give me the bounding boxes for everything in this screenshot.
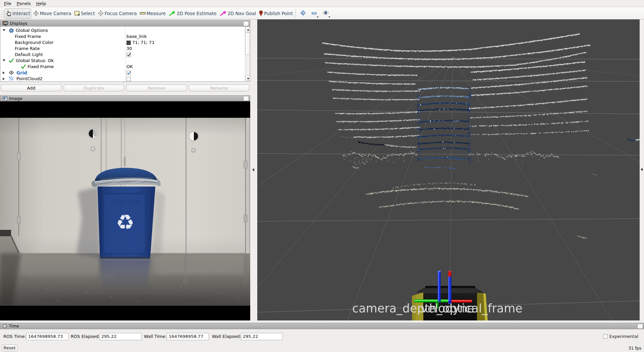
scrollbar-thumb[interactable] (245, 33, 250, 55)
displays-panel-header[interactable]: Displays (0, 20, 250, 27)
left-splitter[interactable] (250, 19, 257, 320)
menu-file[interactable]: File (1, 1, 14, 6)
render-view-3d[interactable]: camera_depth_optical_frame velodyne (257, 19, 640, 320)
tool-move-camera-button[interactable]: Move Camera (32, 8, 72, 18)
gear-icon (9, 28, 14, 33)
pointcloud2-icon (9, 76, 14, 81)
toolbar: Interact Move Camera Select Focus Camera… (0, 7, 644, 19)
time-panel: Time ROS Time: 1647698958.73 ROS Elapsed… (0, 321, 644, 352)
status-ok-check-icon (9, 58, 14, 63)
tree-row-fixed-frame[interactable]: Fixed Frame base_link (0, 34, 244, 40)
pose-estimate-icon (168, 10, 176, 16)
tree-row-value[interactable]: OK (126, 64, 133, 70)
tree-row-status-fixed-frame[interactable]: Fixed Frame OK (0, 64, 244, 70)
tree-row-global-status[interactable]: Global Status: Ok (0, 58, 244, 64)
wall-time-input[interactable]: 1647698958.77 (167, 333, 209, 340)
tool-select-button[interactable]: Select (73, 8, 96, 18)
remove-tool-button[interactable] (309, 8, 319, 18)
add-button[interactable]: Add (1, 85, 61, 91)
tree-row-value (126, 70, 131, 76)
ros-time-label: ROS Time: (3, 334, 26, 339)
tool-interact-button[interactable]: Interact (4, 8, 31, 18)
tool-2d-pose-estimate-button[interactable]: 2D Pose Estimate (167, 8, 217, 18)
remove-tool-dropdown-arrow[interactable] (317, 16, 319, 18)
camera-image[interactable]: Slim Jim ♻ (0, 101, 250, 320)
right-splitter[interactable] (640, 19, 644, 320)
hand-icon (5, 10, 12, 16)
scroll-up-button[interactable] (245, 27, 250, 32)
wall-elapsed-label: Wall Elapsed: (212, 334, 241, 339)
minus-icon (312, 11, 317, 16)
tree-row-label: Global Options (16, 28, 48, 34)
collapse-right-icon[interactable] (641, 168, 643, 171)
menu-help[interactable]: Help (34, 1, 49, 6)
tree-row-frame-rate[interactable]: Frame Rate 30 (0, 46, 244, 52)
collapse-arrow-icon[interactable] (3, 71, 5, 74)
wall-time-label: Wall Time: (144, 334, 167, 339)
collapse-left-icon[interactable] (252, 168, 254, 171)
publish-point-icon (259, 10, 263, 16)
remove-button[interactable]: Remove (126, 85, 187, 91)
pointcloud2-checkbox[interactable] (126, 77, 131, 81)
image-icon (3, 96, 7, 100)
toggle-view-button[interactable] (321, 8, 331, 18)
displays-buttons-row: Add Duplicate Remove Rename (0, 84, 250, 93)
seam-reflection (244, 255, 247, 285)
tool-focus-camera-button[interactable]: Focus Camera (97, 8, 138, 18)
default-light-checkbox[interactable] (126, 53, 131, 57)
image-panel-header[interactable]: Image (0, 95, 250, 101)
toolbar-drag-handle[interactable] (0, 9, 4, 18)
status-ok-check-icon (21, 64, 26, 69)
collapse-arrow-icon[interactable] (3, 78, 5, 80)
rename-button[interactable]: Rename (189, 85, 249, 91)
tree-row-background-color[interactable]: Background Color 71; 71; 71 (0, 40, 244, 46)
nav-goal-icon (219, 10, 227, 16)
time-panel-header[interactable]: Time (0, 323, 644, 329)
menu-bar: File Panels Help (0, 0, 644, 7)
tree-row-label: Background Color (15, 40, 54, 46)
expand-arrow-icon[interactable] (3, 29, 5, 31)
tree-row-value[interactable]: 30 (126, 46, 132, 52)
scroll-down-button[interactable] (245, 76, 250, 81)
tree-row-value[interactable]: base_link (126, 34, 147, 40)
tool-2d-nav-goal-button[interactable]: 2D Nav Goal (218, 8, 257, 18)
reset-button[interactable]: Reset (2, 345, 17, 351)
tree-row-label: PointCloud2 (16, 76, 43, 82)
toggle-view-dropdown-arrow[interactable] (328, 16, 330, 18)
tree-row-label: Grid (16, 70, 27, 76)
expand-arrow-icon[interactable] (3, 59, 5, 61)
image-panel-title: Image (9, 96, 22, 101)
tree-row-grid[interactable]: Grid (0, 70, 244, 76)
ros-time-input[interactable]: 1647698958.73 (26, 333, 69, 340)
grid-checkbox[interactable] (126, 71, 131, 75)
wall-elapsed-input[interactable]: 295.22 (241, 333, 283, 340)
time-hide-button[interactable] (637, 324, 643, 329)
door-lock (91, 147, 95, 151)
displays-panel: Displays Global Options Fixed Frame base… (0, 20, 250, 94)
duplicate-button[interactable]: Duplicate (64, 85, 124, 91)
splitter-grip[interactable] (122, 82, 127, 83)
door-handle (88, 129, 98, 139)
tree-row-global-options[interactable]: Global Options (0, 28, 244, 34)
tf-frame-label-velodyne: velodyne (421, 302, 474, 315)
door-handle (189, 132, 199, 141)
ros-elapsed-input[interactable]: 295.22 (99, 333, 142, 340)
splitter-grip[interactable] (122, 93, 127, 94)
tree-scrollbar[interactable] (245, 27, 250, 81)
tree-row-default-light[interactable]: Default Light (0, 52, 244, 58)
add-tool-button[interactable] (298, 8, 308, 18)
image-hide-button[interactable] (243, 96, 249, 101)
tool-measure-button[interactable]: Measure (139, 8, 167, 18)
displays-panel-title: Displays (10, 21, 28, 26)
tree-row-value[interactable]: 71; 71; 71 (126, 40, 155, 46)
tool-publish-point-button[interactable]: Publish Point (258, 8, 294, 18)
toolbar-separator (296, 9, 296, 18)
tree-row-pointcloud2[interactable]: PointCloud2 (0, 76, 244, 82)
focus-camera-icon (98, 10, 104, 16)
displays-hide-button[interactable] (243, 21, 249, 26)
experimental-checkbox[interactable] (603, 334, 607, 339)
tree-row-value (126, 52, 131, 58)
time-fields-row: ROS Time: 1647698958.73 ROS Elapsed: 295… (0, 333, 644, 340)
eye-icon (322, 10, 329, 16)
menu-panels[interactable]: Panels (14, 1, 34, 6)
